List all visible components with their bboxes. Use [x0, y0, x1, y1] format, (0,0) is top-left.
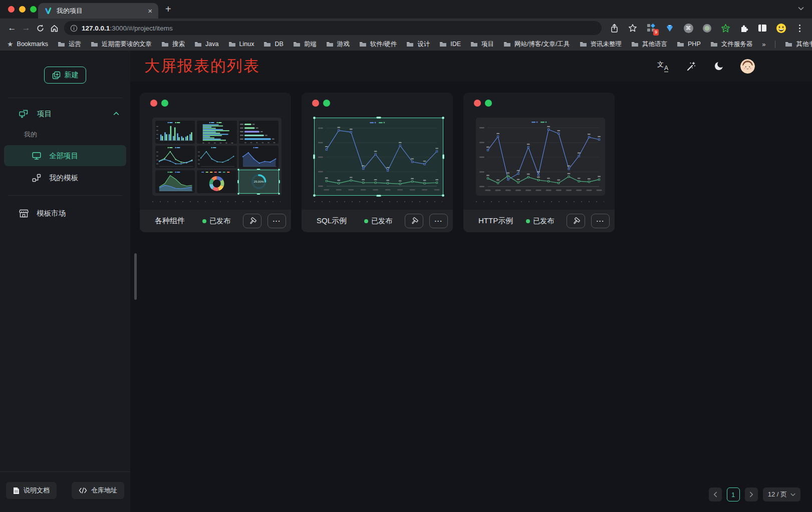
green-star-extension-icon[interactable]	[720, 23, 731, 34]
bookmark-folder-label: 软件/硬件	[370, 40, 397, 49]
folder-icon	[161, 41, 169, 47]
bookmark-folder[interactable]: 其他语言	[631, 40, 667, 49]
other-bookmarks[interactable]: 其他书签	[785, 40, 812, 49]
bookmark-folder[interactable]: IDE	[439, 41, 461, 48]
new-tab-button[interactable]: +	[165, 4, 171, 15]
browser-tab-strip: 我的项目 × +	[0, 0, 812, 19]
project-cards: 25.00% 各种组件 已发布 ···	[130, 82, 812, 232]
bookmark-folder[interactable]: Java	[194, 41, 218, 48]
new-project-button[interactable]: 新建	[44, 67, 86, 84]
reload-icon[interactable]	[33, 21, 47, 35]
bookmark-folder[interactable]: 文件服务器	[710, 40, 753, 49]
bookmark-star-icon[interactable]	[627, 23, 638, 34]
bookmark-folder[interactable]: 前端	[293, 40, 317, 49]
folder-icon	[439, 41, 447, 47]
bookmark-folder-label: Java	[205, 41, 218, 48]
card-title: 各种组件	[155, 216, 202, 226]
more-actions-button[interactable]: ···	[429, 214, 448, 228]
profile-smiley-avatar[interactable]	[775, 23, 786, 34]
bookmarks-separator	[775, 41, 775, 48]
back-icon[interactable]: ←	[5, 21, 19, 35]
command-extension-icon[interactable]: ⌘	[683, 23, 694, 34]
bookmark-folder-label: 游戏	[337, 40, 350, 49]
card-window-dots	[312, 100, 453, 107]
bookmark-folder[interactable]: 资讯未整理	[580, 40, 622, 49]
page-size-select[interactable]: 12 / 页	[763, 487, 800, 501]
sidebar-item-label: 模板市场	[37, 209, 66, 218]
minimize-window-button[interactable]	[19, 6, 26, 13]
dark-mode-moon-icon[interactable]	[712, 60, 725, 73]
next-page-button[interactable]	[745, 487, 758, 501]
edit-hammer-button[interactable]	[405, 214, 423, 228]
close-window-button[interactable]	[8, 6, 15, 13]
repo-button[interactable]: 仓库地址	[72, 482, 124, 499]
site-info-icon[interactable]	[70, 25, 78, 32]
chevron-left-icon	[713, 491, 717, 497]
dotted-divider	[152, 201, 281, 202]
sidebar-footer-divider	[0, 471, 130, 472]
new-project-label: 新建	[65, 71, 79, 80]
address-bar[interactable]: 127.0.0.1:3000/#/project/items	[64, 21, 602, 35]
browser-tab[interactable]: 我的项目 ×	[38, 3, 158, 19]
more-actions-button[interactable]: ···	[267, 214, 286, 228]
bookmark-folder-label: 近期需要读的文章	[102, 40, 152, 49]
share-icon[interactable]	[609, 23, 620, 34]
mini-chart-line2	[197, 146, 236, 169]
user-avatar[interactable]	[740, 59, 755, 74]
chrome-menu-icon[interactable]	[794, 23, 805, 34]
sidebar-item-all-projects[interactable]: 全部项目	[4, 145, 126, 166]
bookmark-folder[interactable]: DB	[263, 41, 283, 48]
bookmarks-overflow-chevron[interactable]: »	[762, 41, 765, 48]
bookmark-folder[interactable]: 项目	[470, 40, 494, 49]
tab-manager-extension-icon[interactable]: 9	[646, 23, 657, 34]
zoom-window-button[interactable]	[30, 6, 37, 13]
edit-hammer-button[interactable]	[567, 214, 585, 228]
docs-button[interactable]: 说明文档	[6, 482, 57, 499]
home-icon[interactable]	[47, 21, 61, 35]
toolbar-right-icons: 9 ⌘	[607, 23, 807, 34]
recorder-extension-icon[interactable]	[701, 23, 712, 34]
more-dots: ···	[435, 218, 443, 224]
tab-search-chevron-icon[interactable]	[798, 7, 804, 11]
pagination: 1 12 / 页	[709, 487, 800, 501]
prev-page-button[interactable]	[709, 487, 722, 501]
bookmark-folder[interactable]: 游戏	[326, 40, 350, 49]
card-preview-chart	[476, 118, 605, 196]
folder-icon	[580, 41, 587, 47]
tab-close-icon[interactable]: ×	[148, 7, 152, 15]
repo-button-label: 仓库地址	[91, 486, 117, 495]
bookmark-folder-label: DB	[275, 41, 283, 48]
content-scrollbar-thumb[interactable]	[134, 253, 137, 300]
bookmark-folder[interactable]: Linux	[228, 41, 254, 48]
more-actions-button[interactable]: ···	[591, 214, 610, 228]
bookmark-folder[interactable]: 软件/硬件	[359, 40, 397, 49]
page-number-button[interactable]: 1	[727, 487, 740, 501]
side-panel-icon[interactable]	[757, 23, 768, 34]
bookmark-folder[interactable]: PHP	[677, 41, 701, 48]
edit-hammer-button[interactable]	[243, 214, 261, 228]
bookmark-folder[interactable]: 网站/博客/文章/工具	[503, 40, 570, 49]
bookmark-folder[interactable]: 运营	[58, 40, 81, 49]
mini-chart-hbars	[197, 121, 236, 144]
extensions-puzzle-icon[interactable]	[738, 23, 749, 34]
bookmarks-root[interactable]: ★ Bookmarks	[7, 40, 48, 48]
folder-icon	[194, 41, 202, 47]
hammer-icon	[572, 217, 580, 225]
bookmark-folder[interactable]: 近期需要读的文章	[91, 40, 152, 49]
selection-handle	[442, 117, 444, 119]
forward-icon[interactable]: →	[19, 21, 33, 35]
bookmark-folder[interactable]: 设计	[406, 40, 430, 49]
magic-wand-icon[interactable]	[684, 60, 697, 73]
project-card[interactable]: HTTP示例 已发布 ···	[463, 93, 615, 232]
language-translate-icon[interactable]: 文A	[656, 60, 669, 73]
sidebar-item-my-templates[interactable]: 我的模板	[4, 167, 126, 188]
project-card[interactable]: 25.00% 各种组件 已发布 ···	[140, 93, 291, 232]
sidebar-group-projects[interactable]: 项目	[0, 102, 130, 125]
red-dot	[312, 100, 319, 107]
mini-chart-gauge: 25.00%	[239, 170, 279, 193]
sidebar-item-template-market[interactable]: 模板市场	[0, 202, 130, 225]
bookmark-folder[interactable]: 搜索	[161, 40, 185, 49]
project-card[interactable]: SQL示例 已发布 ···	[302, 93, 453, 232]
gem-extension-icon[interactable]	[664, 23, 675, 34]
folder-icon	[503, 41, 511, 47]
